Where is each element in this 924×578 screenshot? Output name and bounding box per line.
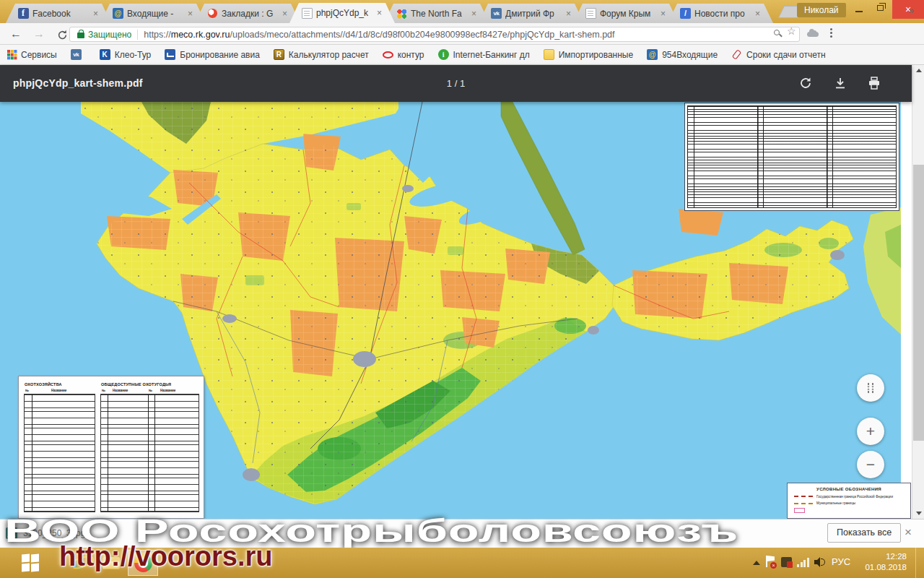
tab-close-icon[interactable]: × [565, 9, 572, 19]
bookmark-label: Клео-Тур [115, 50, 152, 60]
tab-close-icon[interactable]: × [92, 9, 99, 19]
scrollbar-thumb[interactable] [913, 165, 924, 441]
bookmark-services[interactable]: Сервисы [7, 50, 57, 60]
reload-icon [57, 30, 68, 40]
k-square-icon [100, 49, 110, 60]
tab-close-icon[interactable]: × [187, 9, 193, 19]
bookmark-kleo-tur[interactable]: Клео-Тур [100, 49, 152, 60]
zoom-out-button[interactable]: − [857, 451, 884, 478]
map-index-table [684, 103, 899, 211]
show-desktop-button[interactable] [915, 548, 924, 578]
watermark-url: http://voorors.ru [59, 541, 273, 572]
rotate-icon [798, 76, 813, 90]
tab-northface[interactable]: The North Fa × [384, 4, 489, 23]
restore-button[interactable] [871, 0, 891, 17]
red-dashed-swatch [794, 496, 813, 497]
tab-vk-dmitriy[interactable]: Дмитрий Фр × [479, 4, 584, 23]
bookmark-954-inbox[interactable]: 954Входящие [647, 49, 718, 60]
legend-title: УСЛОВНЫЕ ОБОЗНАЧЕНИЯ [788, 487, 910, 491]
bookmark-label: Сроки сдачи отчетн [746, 50, 826, 60]
browser-menu-icon[interactable] [830, 28, 832, 30]
network-signal-icon[interactable] [797, 558, 810, 567]
tab-forum[interactable]: Форум Крым × [573, 4, 679, 23]
bookmark-label: Калькулятор расчет [289, 50, 369, 60]
tab-inbox[interactable]: Входящие - × [100, 4, 206, 23]
print-icon [867, 76, 881, 90]
tab-close-icon[interactable]: × [282, 9, 288, 19]
right-table-title: ОБЩЕДОСТУПНЫЕ ОХОТУГОДЬЯ [101, 382, 171, 387]
desktop-screen: Facebook × Входящие - × Закладки : G × p… [0, 0, 924, 578]
right-table-rows [100, 394, 199, 512]
bookmark-label: Импортированные [559, 50, 633, 60]
url-scheme: https:// [144, 30, 171, 40]
scroll-up-arrow[interactable] [912, 65, 924, 77]
security-label: Защищено [88, 30, 131, 40]
tab-pdf-active[interactable]: phpjQcYdp_k × [289, 3, 395, 23]
rotate-button[interactable] [798, 76, 814, 92]
bookmark-label: Бронирование авиа [180, 50, 260, 60]
bookmark-ibank[interactable]: Internet-Банкинг дл [438, 49, 530, 60]
bookmark-booking[interactable]: Бронирование авиа [165, 49, 260, 60]
bookmark-calculator[interactable]: Калькулятор расчет [274, 49, 369, 60]
fit-page-button[interactable] [857, 374, 884, 402]
tab-close-icon[interactable]: × [754, 9, 761, 19]
show-all-downloads-button[interactable]: Показать все [827, 523, 901, 543]
cloud-extension-icon[interactable] [807, 32, 819, 37]
tab-facebook[interactable]: Facebook × [6, 4, 111, 23]
tab-title: phpjQcYdp_k [316, 8, 372, 18]
clock-date: 01.08.2018 [862, 562, 907, 573]
print-button[interactable] [867, 76, 883, 92]
profile-badge[interactable]: Николай [797, 3, 846, 17]
language-indicator[interactable]: РУС [832, 556, 850, 567]
tab-close-icon[interactable]: × [471, 9, 477, 19]
tab-news[interactable]: Новости про × [668, 4, 773, 23]
search-icon[interactable] [774, 30, 780, 35]
power-status-icon[interactable] [781, 557, 792, 567]
slash-icon [680, 8, 691, 19]
hotel-icon [165, 49, 175, 60]
col-name: Название [160, 389, 175, 392]
forward-button[interactable]: → [30, 25, 48, 43]
bookmark-kontur[interactable]: контур [383, 49, 424, 60]
bookmark-star-icon[interactable]: ☆ [787, 25, 796, 37]
zoom-in-button[interactable]: + [857, 418, 884, 445]
bookmark-imported[interactable]: Импортированные [544, 49, 633, 60]
minimize-button[interactable] [849, 0, 869, 17]
clock[interactable]: 12:28 01.08.2018 [862, 551, 907, 573]
bookmark-deadlines[interactable]: Сроки сдачи отчетн [731, 49, 826, 60]
legend-row: Муниципальные границы [794, 501, 910, 505]
legend-label: Муниципальные границы [816, 501, 855, 505]
tray-expand-chevron-icon[interactable] [753, 561, 760, 565]
omnibox-divider [137, 30, 138, 40]
start-button[interactable] [22, 553, 43, 572]
tab-close-icon[interactable]: × [376, 8, 383, 18]
tab-bookmarks[interactable]: Закладки : G × [195, 4, 300, 23]
tab-title: Входящие - [127, 9, 183, 19]
bookmark-vk[interactable] [71, 49, 86, 60]
tab-title: Новости про [694, 9, 751, 19]
document-icon [585, 8, 596, 19]
scroll-down-arrow[interactable] [912, 507, 924, 519]
left-table-title: ОХОТХОЗЯЙСТВА [25, 382, 62, 387]
download-button[interactable] [833, 76, 849, 92]
url-text: https://meco.rk.gov.ru/uploads/meco/atta… [144, 30, 614, 40]
back-button[interactable]: ← [7, 25, 25, 43]
map-index-table-rows [687, 105, 897, 208]
address-bar[interactable]: Защищено https://meco.rk.gov.ru/uploads/… [69, 27, 800, 42]
pdf-scrollbar[interactable] [912, 65, 924, 519]
tab-title: The North Fa [411, 9, 467, 19]
bookmarks-overflow-chevron[interactable]: » [908, 0, 914, 20]
left-table-rows [24, 394, 95, 512]
volume-icon[interactable] [814, 557, 825, 567]
col-no: № [25, 389, 29, 392]
col-name: Название [113, 389, 128, 392]
map-list-panel: ОХОТХОЗЯЙСТВА ОБЩЕДОСТУПНЫЕ ОХОТУГОДЬЯ №… [18, 376, 204, 519]
close-shelf-icon[interactable]: × [905, 525, 912, 540]
col-no: № [149, 389, 152, 392]
pdf-content: ОХОТХОЗЯЙСТВА ОБЩЕДОСТУПНЫЕ ОХОТУГОДЬЯ №… [0, 102, 912, 519]
reload-button[interactable] [53, 25, 71, 43]
green-bank-icon [438, 49, 449, 60]
tab-close-icon[interactable]: × [660, 9, 666, 19]
folder-icon [544, 49, 554, 60]
action-center-flag-icon[interactable]: × [766, 556, 775, 569]
